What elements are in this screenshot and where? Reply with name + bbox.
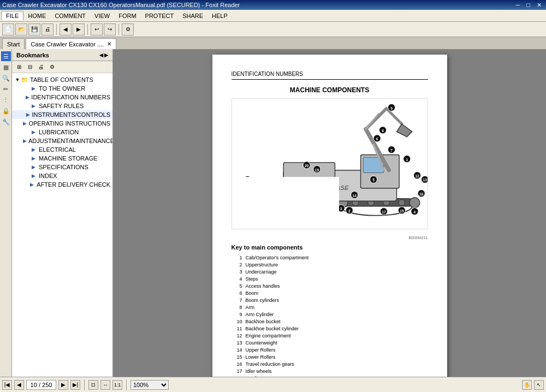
svg-text:19: 19 (314, 168, 319, 172)
maximize-btn[interactable]: □ (524, 2, 532, 9)
tab-start[interactable]: Start (2, 38, 25, 49)
annot-panel-icon[interactable]: ✏ (1, 84, 11, 94)
last-page-btn[interactable]: ▶| (70, 380, 80, 390)
fit-actual-btn[interactable]: 1:1 (112, 380, 122, 390)
first-page-btn[interactable]: |◀ (2, 380, 12, 390)
toc-7-label: ELECTRICAL (39, 146, 76, 153)
svg-line-25 (365, 114, 378, 129)
svg-point-11 (399, 199, 405, 205)
component-10-label: Backhoe bucket (246, 319, 281, 324)
toc-root-expand: ▼ (14, 77, 21, 82)
undo-btn[interactable]: ↩ (91, 23, 103, 35)
svg-text:3: 3 (340, 207, 342, 211)
redo-btn[interactable]: ↪ (104, 23, 116, 35)
component-15-num: 15 (232, 354, 242, 360)
toc-1-icon: ▶ (26, 93, 29, 101)
component-14-label: Upper Rollers (246, 347, 276, 353)
bookmarks-panel-icon[interactable]: ☰ (1, 51, 11, 61)
component-11-label: Backhoe bucket cylinder (246, 326, 299, 331)
component-13-num: 13 (232, 340, 242, 346)
toc-item-0[interactable]: ▶ TO THE OWNER (12, 84, 112, 93)
pages-panel-icon[interactable]: ▦ (1, 62, 11, 72)
machine-diagram: 9 20 19 1 12 13 (232, 98, 428, 229)
bm-print[interactable]: 🖨 (36, 62, 46, 72)
pdf-page: IDENTIFICATION NUMBERS MACHINE COMPONENT… (212, 55, 447, 377)
minimize-btn[interactable]: ─ (514, 2, 523, 9)
prev-page-btn[interactable]: ◀ (14, 380, 24, 390)
menu-file[interactable]: FILE (1, 11, 23, 20)
toc-item-7[interactable]: ▶ ELECTRICAL (12, 145, 112, 154)
toc-item-1[interactable]: ▶ IDENTIFICATION NUMBERS (12, 93, 112, 102)
component-3-num: 3 (232, 269, 242, 275)
panel-icons: ☰ ▦ 🔍 ✏ ⋮ 🔒 🔧 (0, 49, 12, 377)
component-6-num: 6 (232, 290, 242, 296)
svg-text:9: 9 (390, 106, 393, 110)
bookmarks-expand[interactable]: ▶ (104, 52, 108, 58)
toc-item-4[interactable]: ▶ OPERATING INSTRUCTIONS (12, 119, 112, 128)
component-18-label: Tracks (246, 376, 260, 377)
page-input[interactable] (26, 380, 56, 390)
menu-protect[interactable]: PROTECT (141, 11, 179, 20)
fit-width-btn[interactable]: ↔ (100, 380, 110, 390)
toc-item-3[interactable]: ▶ INSTRUMENTS/CONTROLS (12, 110, 112, 119)
component-7-label: Boom cylinders (246, 298, 280, 303)
layers-panel-icon[interactable]: ⋮ (1, 95, 11, 105)
extra-btn[interactable]: ⚙ (122, 23, 134, 35)
toc-item-10[interactable]: ▶ INDEX (12, 171, 112, 180)
toc-6-label: ADJUSTMENT/MAINTENANCE (28, 138, 112, 144)
menu-view[interactable]: VIEW (90, 11, 114, 20)
menu-bar: FILE HOME COMMENT VIEW FORM PROTECT SHAR… (0, 10, 546, 22)
toolbar: 📄 📂 💾 🖨 ◀ ▶ ↩ ↪ ⚙ (0, 22, 546, 37)
zoom-select[interactable]: Fit Page 50% 75% 100% 125% 150% 200% (130, 380, 169, 390)
svg-text:14: 14 (352, 194, 357, 198)
menu-help[interactable]: HELP (207, 11, 232, 20)
toc-item-6[interactable]: ▶ ADJUSTMENT/MAINTENANCE (12, 136, 112, 145)
toc-item-9[interactable]: ▶ SPECIFICATIONS (12, 163, 112, 171)
toc-item-2[interactable]: ▶ SAFETY RULES (12, 102, 112, 110)
toc-root[interactable]: ▼ 📁 TABLE OF CONTENTS (12, 75, 112, 84)
tab-document[interactable]: Case Crawler Excavator .... ✕ (26, 38, 116, 49)
component-9-num: 9 (232, 312, 242, 317)
component-6: 6 Boom (232, 290, 428, 296)
back-btn[interactable]: ◀ (60, 23, 72, 35)
separator-1 (56, 24, 57, 35)
status-bar: |◀ ◀ ▶ ▶| ⊡ ↔ 1:1 Fit Page 50% 75% 100% … (0, 377, 546, 392)
toc-item-11[interactable]: ▶ AFTER DELIVERY CHECK (12, 180, 112, 189)
bm-options[interactable]: ⚙ (47, 62, 57, 72)
close-btn[interactable]: ✕ (535, 2, 544, 9)
title-bar: Case Crawler Excavator CX130 CX160 Opera… (0, 0, 546, 10)
component-4-num: 4 (232, 276, 242, 282)
next-page-btn[interactable]: ▶ (58, 380, 68, 390)
fit-page-btn[interactable]: ⊡ (88, 380, 98, 390)
status-sep-2 (126, 379, 127, 390)
menu-home[interactable]: HOME (23, 11, 50, 20)
toc-container: ▼ 📁 TABLE OF CONTENTS ▶ TO THE OWNER ▶ I… (12, 73, 112, 377)
toc-4-label: OPERATING INSTRUCTIONS (28, 120, 110, 127)
hand-tool-btn[interactable]: ✋ (522, 380, 532, 390)
new-btn[interactable]: 📄 (2, 23, 14, 35)
forward-btn[interactable]: ▶ (73, 23, 85, 35)
bm-collapse-all[interactable]: ⊟ (25, 62, 35, 72)
bm-expand-all[interactable]: ⊞ (14, 62, 24, 72)
tab-close-btn[interactable]: ✕ (107, 41, 111, 47)
open-btn[interactable]: 📂 (15, 23, 27, 35)
security-panel-icon[interactable]: 🔒 (1, 106, 11, 116)
save-btn[interactable]: 💾 (28, 23, 40, 35)
menu-comment[interactable]: COMMENT (50, 11, 90, 20)
toc-item-5[interactable]: ▶ LUBRICATION (12, 128, 112, 136)
menu-form[interactable]: FORM (114, 11, 140, 20)
bookmarks-panel: Bookmarks ◀ ▶ ⊞ ⊟ 🖨 ⚙ ▼ 📁 TABLE OF CONTE… (12, 49, 113, 377)
bookmarks-collapse[interactable]: ◀ (99, 52, 103, 58)
component-13: 13 Counterweight (232, 340, 428, 346)
component-5-num: 5 (232, 283, 242, 289)
component-5: 5 Access handles (232, 283, 428, 289)
search-panel-icon[interactable]: 🔍 (1, 73, 11, 83)
component-8: 8 Arm (232, 305, 428, 310)
print-btn[interactable]: 🖨 (41, 23, 54, 35)
tools-panel-icon[interactable]: 🔧 (1, 117, 11, 127)
doc-area[interactable]: IDENTIFICATION NUMBERS MACHINE COMPONENT… (113, 49, 546, 377)
toc-item-8[interactable]: ▶ MACHINE STORAGE (12, 154, 112, 163)
select-tool-btn[interactable]: ↖ (534, 380, 544, 390)
toc-0-icon: ▶ (29, 85, 37, 92)
menu-share[interactable]: SHARE (178, 11, 207, 20)
